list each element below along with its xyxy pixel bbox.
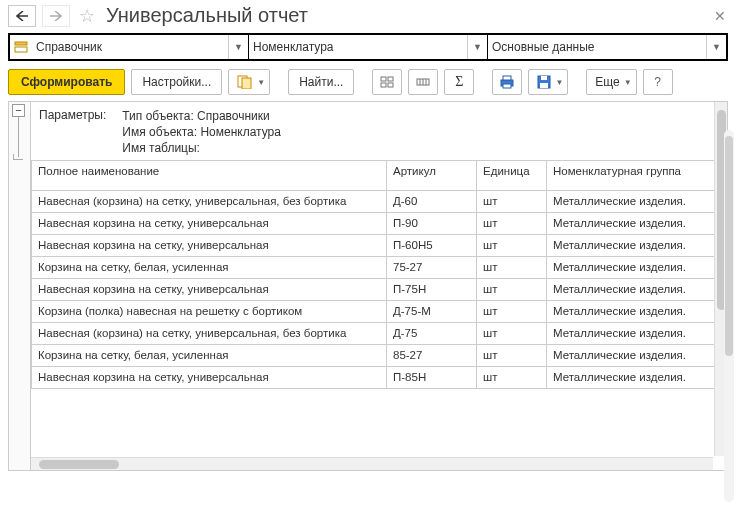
chevron-down-icon: ▼ [257, 78, 265, 87]
cell-article: Д-60 [387, 191, 477, 213]
svg-rect-14 [503, 84, 511, 88]
report-parameters: Параметры: Тип объекта: Справочники Имя … [31, 102, 727, 160]
table-row[interactable]: Навесная (корзина) на сетку, универсальн… [32, 323, 727, 345]
report-table: Полное наименование Артикул Единица Номе… [31, 160, 727, 389]
cell-article: П-90 [387, 213, 477, 235]
horizontal-scrollbar[interactable] [31, 457, 713, 470]
variants-icon [237, 75, 253, 89]
table-row[interactable]: Корзина на сетку, белая, усиленная85-27ш… [32, 345, 727, 367]
svg-rect-1 [15, 47, 27, 52]
cell-article: П-85Н [387, 367, 477, 389]
table-header-row: Полное наименование Артикул Единица Номе… [32, 161, 727, 191]
cell-group: Металлические изделия. [547, 323, 727, 345]
cell-name: Навесная корзина на сетку, универсальная [32, 279, 387, 301]
cell-group: Металлические изделия. [547, 367, 727, 389]
more-button[interactable]: Еще ▼ [586, 69, 636, 95]
tree-line [18, 117, 19, 157]
cell-article: П-60Н5 [387, 235, 477, 257]
close-button[interactable]: ✕ [714, 8, 726, 24]
cell-group: Металлические изделия. [547, 257, 727, 279]
cell-unit: шт [477, 279, 547, 301]
filter-object-name-value: Номенклатура [249, 40, 467, 54]
cell-unit: шт [477, 257, 547, 279]
cell-group: Металлические изделия. [547, 213, 727, 235]
svg-rect-13 [503, 76, 511, 80]
svg-rect-16 [541, 76, 547, 80]
settings-button[interactable]: Настройки... [131, 69, 222, 95]
cell-article: 85-27 [387, 345, 477, 367]
svg-rect-17 [540, 83, 548, 88]
svg-rect-5 [388, 77, 393, 81]
dropdown-icon[interactable]: ▼ [706, 35, 726, 59]
sum-button[interactable]: Σ [444, 69, 474, 95]
sigma-icon: Σ [455, 74, 463, 90]
nav-back-button[interactable] [8, 5, 36, 27]
filter-object-type[interactable]: Справочник ▼ [10, 35, 249, 59]
col-name: Полное наименование [32, 161, 387, 191]
expand-groups-button[interactable] [372, 69, 402, 95]
cell-name: Навесная корзина на сетку, универсальная [32, 235, 387, 257]
col-unit: Единица [477, 161, 547, 191]
page-title: Универсальный отчет [106, 4, 308, 27]
cell-group: Металлические изделия. [547, 301, 727, 323]
cell-name: Корзина на сетку, белая, усиленная [32, 257, 387, 279]
chevron-down-icon: ▼ [555, 78, 563, 87]
print-button[interactable] [492, 69, 522, 95]
scroll-thumb[interactable] [39, 460, 119, 469]
more-label: Еще [595, 75, 619, 89]
collapse-groups-button[interactable] [408, 69, 438, 95]
cell-name: Корзина (полка) навесная на решетку с бо… [32, 301, 387, 323]
cell-article: 75-27 [387, 257, 477, 279]
find-button[interactable]: Найти... [288, 69, 354, 95]
cell-article: П-75Н [387, 279, 477, 301]
cell-unit: шт [477, 345, 547, 367]
help-button[interactable]: ? [643, 69, 673, 95]
table-row[interactable]: Корзина на сетку, белая, усиленная75-27ш… [32, 257, 727, 279]
cell-unit: шт [477, 301, 547, 323]
cell-group: Металлические изделия. [547, 279, 727, 301]
save-button[interactable]: ▼ [528, 69, 568, 95]
svg-rect-7 [388, 83, 393, 87]
filter-table-name[interactable]: Основные данные ▼ [488, 35, 726, 59]
param-line-type: Тип объекта: Справочники [122, 108, 281, 124]
form-report-button[interactable]: Сформировать [8, 69, 125, 95]
favorite-star-icon[interactable]: ☆ [76, 5, 98, 27]
table-row[interactable]: Навесная корзина на сетку, универсальная… [32, 213, 727, 235]
catalog-icon [10, 40, 32, 54]
arrow-right-icon [50, 11, 62, 21]
table-row[interactable]: Навесная корзина на сетку, универсальная… [32, 235, 727, 257]
nav-forward-button [42, 5, 70, 27]
cell-group: Металлические изделия. [547, 235, 727, 257]
cell-unit: шт [477, 235, 547, 257]
cell-unit: шт [477, 323, 547, 345]
tree-collapse-toggle[interactable]: − [12, 104, 25, 117]
scroll-thumb[interactable] [725, 136, 733, 356]
svg-rect-0 [15, 42, 27, 45]
col-group: Номенклатурная группа [547, 161, 727, 191]
cell-name: Навесная (корзина) на сетку, универсальн… [32, 191, 387, 213]
table-row[interactable]: Навесная (корзина) на сетку, универсальн… [32, 191, 727, 213]
table-row[interactable]: Навесная корзина на сетку, универсальная… [32, 279, 727, 301]
tree-end [13, 154, 23, 160]
cell-name: Навесная корзина на сетку, универсальная [32, 213, 387, 235]
chevron-down-icon: ▼ [624, 78, 632, 87]
variants-button[interactable]: ▼ [228, 69, 270, 95]
report-area: − Параметры: Тип объекта: Справочники Им… [8, 101, 728, 471]
cell-article: Д-75 [387, 323, 477, 345]
dropdown-icon[interactable]: ▼ [467, 35, 487, 59]
table-row[interactable]: Корзина (полка) навесная на решетку с бо… [32, 301, 727, 323]
floppy-icon [537, 75, 551, 89]
expand-icon [379, 75, 395, 89]
filter-table-name-value: Основные данные [488, 40, 706, 54]
table-row[interactable]: Навесная корзина на сетку, универсальная… [32, 367, 727, 389]
panel-scrollbar[interactable] [724, 130, 734, 502]
cell-group: Металлические изделия. [547, 191, 727, 213]
col-article: Артикул [387, 161, 477, 191]
cell-unit: шт [477, 367, 547, 389]
svg-rect-3 [242, 78, 251, 89]
dropdown-icon[interactable]: ▼ [228, 35, 248, 59]
param-line-object: Имя объекта: Номенклатура [122, 124, 281, 140]
filter-object-name[interactable]: Номенклатура ▼ [249, 35, 488, 59]
svg-rect-4 [381, 77, 386, 81]
cell-name: Навесная корзина на сетку, универсальная [32, 367, 387, 389]
